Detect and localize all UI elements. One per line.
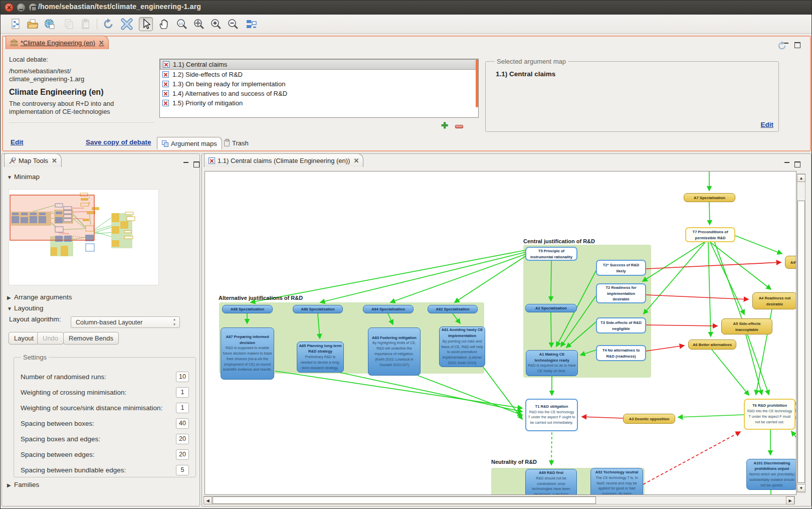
list-item-map-3[interactable]: 1.3) On being ready for implementation: [160, 79, 478, 89]
tab-canvas[interactable]: 1.1) Central claims (Climate Engineering…: [204, 153, 363, 167]
argument-node-a87[interactable]: A87 Preparing informed decisionR&D is su…: [221, 327, 274, 380]
minimap-preview: [9, 190, 158, 285]
zoom-actual-button[interactable]: 1:1: [175, 17, 189, 31]
argument-node-a4[interactable]: A4 Readiness not desirable: [752, 292, 796, 309]
argument-node-a1[interactable]: A1 Making CE technologies readyR&D is re…: [526, 350, 578, 376]
tab-argument-maps-label: Argument maps: [171, 140, 217, 147]
argument-node-a84[interactable]: A84 Specialisation: [363, 305, 414, 313]
window-titlebar[interactable]: /home/sebastian/test/climate_engineering…: [1, 1, 812, 15]
remove-bends-button[interactable]: Remove Bends: [63, 332, 119, 345]
section-minimap[interactable]: ▼Minimap: [7, 173, 40, 181]
layout-button[interactable]: Layout: [9, 332, 39, 345]
window-close-button[interactable]: [5, 3, 14, 12]
close-icon[interactable]: ✕: [353, 157, 359, 164]
zoom-in-button[interactable]: [209, 17, 223, 31]
thesis-node-t6[interactable]: T6 R&D prohibitionR&D into the CE techno…: [744, 399, 795, 430]
edit-debate-link[interactable]: Edit: [11, 138, 24, 146]
close-icon[interactable]: ✕: [52, 157, 57, 164]
argument-node-a86[interactable]: A86 Specialisation: [293, 305, 343, 313]
tab-debate[interactable]: *Climate Engineering (en) ✕: [6, 36, 109, 49]
window-maximize-button[interactable]: [29, 3, 38, 12]
view-maximize-icon[interactable]: [793, 161, 801, 167]
online-debate-button[interactable]: [43, 17, 57, 31]
pan-tool-button[interactable]: [157, 17, 171, 31]
setting-label: Number of randomised runs:: [21, 373, 106, 381]
argument-node-a81[interactable]: A81 Avoiding hasty CE implementationBy p…: [439, 326, 485, 367]
view-minimize-icon[interactable]: [783, 161, 791, 167]
setting-input-crossing-weight[interactable]: [176, 387, 189, 398]
argument-node-a82[interactable]: A82 Specialisation: [428, 305, 478, 313]
argument-node-a7[interactable]: A7 Specialisation: [684, 193, 735, 202]
argument-node-a85[interactable]: A85 Planning long-term R&D strategyPreli…: [297, 342, 344, 373]
list-item-map-5[interactable]: 1.5) Priority of mitigation: [160, 98, 478, 108]
setting-input-box-spacing[interactable]: [176, 418, 189, 429]
view-minimize-icon[interactable]: [182, 161, 190, 167]
zoom-fit-button[interactable]: [192, 17, 206, 31]
horizontal-scroll-thumb[interactable]: [213, 496, 596, 504]
argument-node-a3[interactable]: A3 Deontic opposition: [623, 414, 675, 424]
argument-node-a5[interactable]: A5 Side-effects inacceptable: [721, 318, 772, 334]
thesis-node-t7[interactable]: T7 Preconditions of permissible R&D: [685, 227, 735, 242]
undo-button[interactable]: Undo: [37, 332, 64, 345]
scroll-down-button[interactable]: ▼: [797, 484, 805, 492]
argument-node-a101[interactable]: A101 Discriminating prohibitions unjustN…: [746, 459, 796, 490]
argument-node-a6[interactable]: A6 Better alternatives: [688, 340, 736, 350]
list-item-map-4[interactable]: 1.4) Alternatives to and success of R&D: [160, 89, 478, 98]
remove-map-button[interactable]: [455, 125, 463, 128]
list-item-map-1[interactable]: 1.1) Central claims: [160, 59, 478, 70]
setting-input-sink-distance-weight[interactable]: [176, 403, 189, 413]
list-scrollbar[interactable]: [476, 60, 478, 107]
argument-map-list[interactable]: 1.1) Central claims 1.2) Side-effects of…: [159, 59, 479, 118]
zoom-out-button[interactable]: [226, 17, 240, 31]
section-families[interactable]: ▶Families: [7, 481, 39, 488]
window-minimize-button[interactable]: [17, 3, 26, 12]
thesis-node-t5[interactable]: T5 Principle of instrumental rationality: [525, 247, 577, 261]
list-item-map-2[interactable]: 1.2) Side-effects of R&D: [160, 70, 478, 79]
argument-node-a83[interactable]: A83 Fostering mitigationBy highlighting …: [368, 327, 421, 376]
layout-algorithm-select[interactable]: Column-based Layouter ▲▼: [71, 316, 180, 328]
close-icon[interactable]: ✕: [99, 39, 104, 47]
edit-map-link[interactable]: Edit: [761, 121, 774, 128]
view-maximize-icon[interactable]: [793, 42, 801, 48]
delete-button[interactable]: [120, 17, 134, 31]
selected-map-name: 1.1) Central claims: [496, 70, 772, 78]
section-layouting[interactable]: ▼Layouting: [7, 304, 44, 312]
vertical-scroll-thumb[interactable]: [797, 201, 805, 483]
thesis-node-t1[interactable]: T1 R&D obligationR&D into the CE technol…: [525, 399, 578, 431]
setting-input-bundlable-edge-spacing[interactable]: [176, 465, 189, 475]
setting-input-box-edge-spacing[interactable]: [176, 434, 189, 444]
local-debate-label: Local debate:: [9, 56, 154, 63]
argument-node-a89[interactable]: A89 R&D firstR&D should not be constrain…: [525, 469, 577, 495]
argument-node-a92[interactable]: A92 Technology neutralThe CE technology …: [590, 468, 643, 495]
scroll-left-button[interactable]: ◀: [204, 496, 212, 504]
paste-button[interactable]: [79, 17, 93, 31]
auto-layout-button[interactable]: [244, 17, 258, 31]
refresh-button[interactable]: [102, 17, 116, 31]
argument-node-a88[interactable]: A88 Specialisation: [222, 305, 273, 313]
thesis-node-t4[interactable]: T4 No alternatives to R&D (readiness): [596, 345, 646, 361]
select-tool-button[interactable]: [139, 17, 153, 31]
minimap-viewport[interactable]: [10, 195, 94, 240]
scroll-right-button[interactable]: ▶: [786, 496, 794, 504]
thesis-node-t3[interactable]: T3 Side-effects of R&D negligible: [596, 317, 646, 333]
argument-node-a2[interactable]: A2 Specialisation: [525, 304, 577, 312]
minimap[interactable]: [9, 189, 159, 285]
thesis-node-t2[interactable]: T2 Readiness for implementation desirabl…: [596, 283, 646, 303]
argument-node-a4star[interactable]: A4*: [785, 256, 796, 269]
argument-map-canvas[interactable]: Central justification of R&D Alternative…: [205, 171, 796, 495]
section-arrange-arguments[interactable]: ▶Arrange arguments: [7, 293, 72, 301]
tab-map-tools[interactable]: Map Tools ✕: [4, 153, 62, 167]
setting-input-randomised-runs[interactable]: [176, 372, 189, 382]
new-argument-map-button[interactable]: [9, 17, 23, 31]
view-refresh-icon[interactable]: [777, 41, 788, 51]
tab-argument-maps[interactable]: Argument maps: [157, 137, 222, 149]
tab-trash[interactable]: Trash: [220, 137, 253, 149]
view-maximize-icon[interactable]: [192, 161, 200, 167]
setting-input-edge-spacing[interactable]: [176, 449, 189, 460]
save-copy-link[interactable]: Save copy of debate: [86, 138, 151, 146]
thesis-node-t2star[interactable]: T2* Success of R&D likely: [596, 260, 646, 276]
add-map-button[interactable]: ✚: [441, 122, 449, 130]
scroll-up-button[interactable]: ▲: [797, 174, 805, 182]
open-debate-button[interactable]: [26, 17, 40, 31]
copy-button[interactable]: [62, 17, 76, 31]
